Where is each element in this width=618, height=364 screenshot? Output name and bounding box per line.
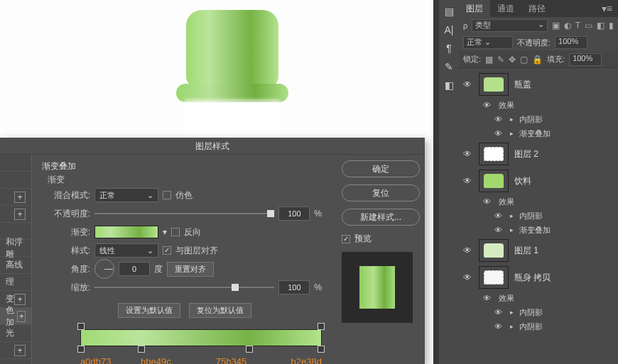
style-list-item[interactable]: + (0, 206, 31, 223)
gradient-stop[interactable] (138, 346, 145, 353)
layer-thumb[interactable] (479, 170, 509, 192)
opacity-slider[interactable] (94, 213, 274, 214)
preview-checkbox[interactable] (342, 235, 350, 243)
style-select[interactable]: 线性 ⌄ (94, 243, 158, 258)
layer-fx-item[interactable]: 👁▸内阴影 (459, 319, 618, 333)
dither-checkbox[interactable] (163, 191, 171, 199)
layer-thumb[interactable] (479, 266, 509, 289)
angle-input[interactable] (119, 262, 150, 276)
preview-label: 预览 (354, 233, 372, 245)
filter-smart-icon[interactable]: ◧ (597, 21, 605, 31)
lock-all-icon[interactable]: 🔒 (532, 55, 543, 65)
layer-thumb[interactable] (479, 239, 509, 262)
vertical-separator (433, 0, 439, 364)
layer-item[interactable]: 👁 图层 1 (459, 237, 618, 264)
add-icon[interactable]: + (14, 192, 26, 203)
hex-labels: a0db73 bbe49c 75b345 b2e38d (80, 356, 322, 364)
swatches-icon[interactable]: ▤ (445, 6, 454, 17)
style-list-item[interactable] (0, 155, 31, 172)
reset-align-button[interactable]: 重置对齐 (167, 262, 214, 277)
set-default-button[interactable]: 设置为默认值 (118, 303, 180, 318)
layer-item[interactable]: 👁 瓶盖 (459, 71, 618, 98)
tab-layers[interactable]: 图层 (459, 0, 490, 17)
layers-panel: 图层 通道 路径 ▾≡ ρ 类型 ⌄ ▣ ◐ T ▭ ◧ ▮ 正常 ⌄ 不透明度… (459, 0, 618, 364)
text-icon[interactable]: A| (445, 24, 454, 35)
layer-item[interactable]: 👁 瓶身 拷贝 (459, 264, 618, 291)
add-icon[interactable]: + (17, 311, 26, 322)
gradient-stop[interactable] (246, 346, 253, 353)
style-list-item[interactable]: 和浮雕 (0, 240, 31, 257)
style-list-item[interactable]: 色加+ (0, 308, 31, 325)
gradient-stop[interactable] (77, 346, 85, 353)
layer-thumb[interactable] (479, 143, 509, 165)
scale-input[interactable] (278, 280, 310, 294)
layer-fx-item[interactable]: 👁▸内阴影 (459, 209, 618, 223)
gradient-stop[interactable] (318, 346, 325, 353)
align-label: 与图层对齐 (175, 245, 218, 257)
filter-pixel-icon[interactable]: ▣ (552, 21, 560, 31)
brush-icon[interactable]: ✎ (445, 61, 453, 72)
style-list-item[interactable]: 理 (0, 274, 31, 291)
paragraph-icon[interactable]: ¶ (446, 43, 452, 54)
layer-effects-row[interactable]: 👁效果 (459, 291, 618, 305)
kind-filter[interactable]: 类型 ⌄ (472, 19, 547, 32)
panel-tabs: 图层 通道 路径 ▾≡ (459, 0, 618, 17)
layer-fx-item[interactable]: 👁▸内阴影 (459, 112, 618, 126)
opacity-input[interactable] (278, 206, 310, 221)
layer-fx-item[interactable]: 👁▸渐变叠加 (459, 126, 618, 140)
layer-name: 饮料 (514, 175, 531, 187)
measure-icon[interactable]: ◧ (445, 79, 454, 91)
lock-artboard-icon[interactable]: ▢ (520, 55, 528, 65)
style-list-item[interactable]: + (0, 342, 31, 359)
opacity-field[interactable]: 100% (555, 36, 587, 49)
scale-slider[interactable] (94, 287, 274, 288)
new-style-button[interactable]: 新建样式... (342, 209, 420, 226)
lock-brush-icon[interactable]: ✎ (497, 55, 504, 65)
align-checkbox[interactable] (163, 246, 171, 255)
cancel-button[interactable]: 复位 (342, 184, 420, 202)
style-list-item[interactable]: 高线 (0, 257, 31, 274)
layer-item[interactable]: 👁 饮料 (459, 167, 618, 194)
gradient-editor: a0db73 bbe49c 75b345 b2e38d (42, 329, 322, 364)
layer-item[interactable]: 👁 图层 2 (459, 140, 618, 167)
panel-menu-icon[interactable]: ▾≡ (596, 3, 618, 14)
blend-mode-select[interactable]: 正常 ⌄ (463, 36, 513, 49)
ok-button[interactable]: 确定 (342, 160, 420, 177)
angle-label: 角度: (48, 263, 90, 275)
preview-swatch (342, 252, 413, 323)
add-icon[interactable]: + (14, 294, 26, 305)
reverse-checkbox[interactable] (171, 228, 180, 236)
blendmode-select[interactable]: 正常 ⌄ (94, 188, 158, 202)
visibility-icon[interactable]: 👁 (463, 79, 473, 89)
visibility-icon[interactable]: 👁 (463, 149, 473, 159)
lock-pixels-icon[interactable]: ▩ (485, 55, 493, 65)
filter-type-icon[interactable]: T (575, 21, 580, 31)
angle-dial[interactable] (94, 259, 114, 279)
fill-field[interactable]: 100% (569, 53, 602, 66)
tab-channels[interactable]: 通道 (490, 0, 521, 17)
add-icon[interactable]: + (14, 209, 26, 220)
lock-move-icon[interactable]: ✥ (509, 55, 516, 65)
add-icon[interactable]: + (14, 345, 26, 356)
layer-thumb[interactable] (479, 73, 509, 96)
percent-unit: % (314, 282, 322, 292)
layer-fx-item[interactable]: 👁▸渐变叠加 (459, 223, 618, 237)
reset-default-button[interactable]: 复位为默认值 (189, 303, 251, 318)
tab-paths[interactable]: 路径 (521, 0, 553, 17)
visibility-icon[interactable]: 👁 (463, 176, 473, 186)
blend-opacity-row: 正常 ⌄ 不透明度: 100% (459, 34, 618, 51)
filter-adjust-icon[interactable]: ◐ (564, 21, 571, 31)
scale-label: 缩放: (48, 282, 90, 294)
filter-toggle-icon[interactable]: ▮ (609, 21, 614, 31)
filter-shape-icon[interactable]: ▭ (585, 21, 592, 31)
visibility-icon[interactable]: 👁 (463, 246, 473, 255)
dialog-title: 图层样式 (0, 138, 425, 155)
style-list-item[interactable] (0, 172, 31, 189)
visibility-icon[interactable]: 👁 (463, 272, 473, 282)
gradient-preview[interactable] (94, 226, 158, 238)
layer-effects-row[interactable]: 👁效果 (459, 98, 618, 112)
layer-fx-item[interactable]: 👁▸内阴影 (459, 305, 618, 319)
layer-effects-row[interactable]: 👁效果 (459, 194, 618, 209)
gradient-bar[interactable] (80, 329, 322, 346)
style-list-item[interactable]: + (0, 189, 31, 206)
